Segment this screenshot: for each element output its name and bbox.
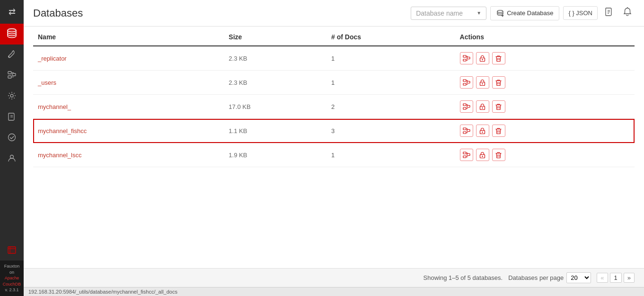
replicate-button[interactable] <box>460 52 473 64</box>
delete-button[interactable] <box>492 149 505 161</box>
lock-button[interactable] <box>476 100 489 113</box>
book-icon <box>7 112 17 123</box>
lock-button[interactable] <box>476 149 489 161</box>
table-row: mychannel_17.0 KB2 <box>33 95 635 119</box>
lock-button[interactable] <box>476 76 489 89</box>
toggle-icon: ⇄ <box>9 7 16 17</box>
sidebar-item-tools[interactable] <box>0 45 24 65</box>
db-size-cell: 1.9 KB <box>224 143 326 167</box>
sidebar-item-replication[interactable] <box>0 65 24 86</box>
replicate-icon <box>463 103 470 110</box>
sidebar-item-settings[interactable] <box>0 86 24 107</box>
lock-button[interactable] <box>476 125 489 137</box>
db-name-link[interactable]: mychannel_fishcc <box>38 127 87 135</box>
main-content: Databases Database name ▼ Create Databas… <box>24 0 644 296</box>
svg-rect-32 <box>467 81 470 83</box>
db-name-cell: mychannel_lscc <box>33 143 224 167</box>
db-size-cell: 17.0 KB <box>224 95 326 119</box>
db-name-link[interactable]: _users <box>38 79 56 86</box>
next-page-button[interactable]: » <box>624 273 635 283</box>
sidebar-item-documentation[interactable] <box>0 107 24 128</box>
table-row: mychannel_lscc1.9 KB1 <box>33 143 635 167</box>
db-name-link[interactable]: _replicator <box>38 55 67 62</box>
replicate-button[interactable] <box>460 76 473 89</box>
notification-button[interactable] <box>620 5 635 21</box>
delete-button[interactable] <box>492 100 505 113</box>
table-row: _replicator2.3 KB1 <box>33 46 635 71</box>
replicate-button[interactable] <box>460 149 473 161</box>
delete-button[interactable] <box>492 76 505 89</box>
col-header-name: Name <box>33 27 224 46</box>
svg-rect-22 <box>463 59 466 61</box>
dropdown-arrow-icon: ▼ <box>476 10 481 16</box>
user-icon <box>7 153 17 165</box>
db-actions-cell <box>455 71 635 95</box>
create-db-label: Create Database <box>507 9 553 17</box>
db-actions-cell <box>455 119 635 143</box>
json-label: { } JSON <box>568 9 592 17</box>
db-name-placeholder: Database name <box>416 9 463 17</box>
sidebar-item-active-db[interactable] <box>0 240 24 260</box>
svg-rect-30 <box>463 80 466 81</box>
showing-count: Showing 1–5 of 5 databases. <box>423 274 503 281</box>
sidebar-footer-text: Fauxton on Apache CouchDB v. 2.3.1 <box>0 260 24 296</box>
svg-point-45 <box>482 107 483 108</box>
table-row: _users2.3 KB1 <box>33 71 635 95</box>
replicate-icon <box>463 55 470 62</box>
svg-rect-12 <box>8 247 16 253</box>
svg-point-63 <box>482 155 483 156</box>
table-row: mychannel_fishcc1.1 KB3 <box>33 119 635 143</box>
create-db-icon <box>496 9 504 17</box>
svg-point-36 <box>482 83 483 84</box>
db-name-link[interactable]: mychannel_lscc <box>38 152 82 159</box>
svg-rect-57 <box>463 152 466 154</box>
trash-icon <box>495 152 502 159</box>
trash-icon <box>495 103 502 110</box>
delete-button[interactable] <box>492 125 505 137</box>
databases-icon <box>7 28 17 40</box>
checkmark-icon <box>7 133 17 144</box>
sidebar-item-databases[interactable] <box>0 24 24 45</box>
trash-icon <box>495 55 502 62</box>
svg-rect-21 <box>463 55 466 57</box>
sidebar-footer: Fauxton on Apache CouchDB v. 2.3.1 <box>0 240 24 296</box>
pagination: « 1 » <box>597 273 635 283</box>
book-header-icon <box>604 7 614 17</box>
databases-table: Name Size # of Docs Actions _replicator2… <box>33 27 635 167</box>
tools-icon <box>7 49 17 61</box>
svg-rect-2 <box>8 72 11 74</box>
sidebar-toggle-button[interactable]: ⇄ <box>0 0 24 24</box>
url-text: 192.168.31.20:5984/_utils/database/mycha… <box>28 289 177 295</box>
per-page-select[interactable]: 20 50 100 <box>566 272 591 283</box>
svg-point-7 <box>10 94 13 97</box>
db-actions-cell <box>455 46 635 71</box>
svg-rect-48 <box>463 128 466 130</box>
create-database-button[interactable]: Create Database <box>490 6 559 20</box>
lock-button[interactable] <box>476 52 489 64</box>
replicate-button[interactable] <box>460 125 473 137</box>
db-docs-cell: 1 <box>326 46 455 71</box>
db-name-link[interactable]: mychannel_ <box>38 103 71 110</box>
replicate-button[interactable] <box>460 100 473 113</box>
svg-point-10 <box>9 134 16 141</box>
replication-icon <box>7 70 17 81</box>
database-name-dropdown[interactable]: Database name ▼ <box>411 7 486 20</box>
lock-icon <box>479 79 485 86</box>
db-size-cell: 1.1 KB <box>224 119 326 143</box>
page-title: Databases <box>33 7 411 19</box>
svg-point-0 <box>8 29 16 32</box>
json-button[interactable]: { } JSON <box>563 6 598 20</box>
sidebar-item-user[interactable] <box>0 149 24 170</box>
sidebar-item-verify[interactable] <box>0 128 24 149</box>
delete-button[interactable] <box>492 52 505 64</box>
docs-icon-button[interactable] <box>601 5 617 21</box>
db-name-cell: mychannel_ <box>33 95 224 119</box>
replicate-icon <box>463 127 470 134</box>
svg-point-15 <box>497 10 503 12</box>
svg-point-27 <box>482 59 483 60</box>
prev-page-button[interactable]: « <box>597 273 608 283</box>
svg-point-1 <box>9 56 9 57</box>
svg-rect-58 <box>463 156 466 158</box>
col-header-size: Size <box>224 27 326 46</box>
db-docs-cell: 1 <box>326 143 455 167</box>
